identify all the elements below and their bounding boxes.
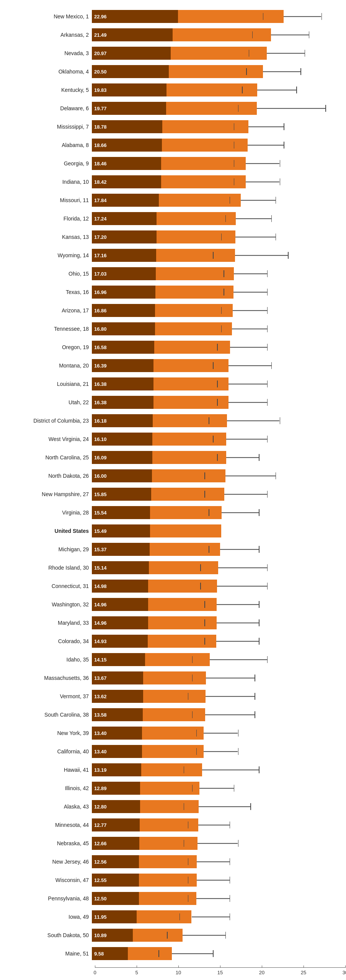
whisker-h-line (224, 494, 267, 495)
bar-label: Georgia, 9 (4, 160, 92, 167)
bar-label: West Virginia, 24 (4, 436, 92, 442)
bar-row: Wyoming, 1417.16 (4, 247, 342, 264)
bar-area: 14.96 (92, 614, 342, 632)
bar-value-label: 16.38 (94, 381, 107, 387)
bar-track: 19.77 (92, 101, 342, 115)
whisker-h-line (197, 843, 238, 844)
bar-row: Georgia, 918.46 (4, 155, 342, 172)
bar-track: 16.09 (92, 451, 342, 464)
bar-area: 21.49 (92, 26, 342, 44)
whisker-h-line (222, 512, 259, 513)
whisker-h-line (267, 53, 305, 54)
whisker-right-cap (255, 693, 255, 700)
axis-tick (220, 965, 220, 968)
bar-inner: 15.14 (92, 561, 218, 574)
whisker-left-cap (213, 252, 214, 259)
whisker-right-cap (259, 766, 260, 773)
bar-row: Alaska, 4312.80 (4, 798, 342, 815)
bar-row: North Carolina, 2516.09 (4, 449, 342, 466)
bar-row: Montana, 2016.39 (4, 357, 342, 374)
bar-light-segment (141, 763, 202, 776)
bar-area: 16.86 (92, 302, 342, 319)
bar-light-segment (143, 690, 206, 703)
bar-area: 16.18 (92, 412, 342, 430)
bar-track: 18.78 (92, 120, 342, 134)
whisker-left-cap (242, 87, 243, 93)
whisker-h-line (216, 641, 259, 642)
whisker-h-line (199, 788, 234, 789)
bar-row: Idaho, 3514.15 (4, 651, 342, 668)
whisker-right-cap (305, 50, 305, 57)
whisker-left-cap (204, 601, 205, 608)
whisker-left-cap (217, 454, 218, 461)
whisker-left-cap (263, 13, 264, 20)
bar-area: 16.39 (92, 357, 342, 374)
whisker-right-cap (213, 950, 214, 957)
whisker-left-cap (249, 50, 250, 57)
bar-label: New Jersey, 46 (4, 859, 92, 865)
bar-value-label: 12.77 (94, 822, 107, 828)
bar-track: 16.00 (92, 469, 342, 483)
bar-track: 16.38 (92, 395, 342, 409)
whisker-right-cap (259, 546, 260, 553)
bar-area: 18.66 (92, 136, 342, 154)
whisker-left-cap (238, 105, 239, 112)
bar-value-label: 13.40 (94, 730, 107, 736)
bar-track: 14.93 (92, 634, 342, 648)
bar-label: Indiana, 10 (4, 179, 92, 185)
bar-label: Vermont, 37 (4, 693, 92, 699)
whisker-left-cap (196, 730, 197, 737)
bar-row: Pennsylvania, 4812.50 (4, 890, 342, 907)
bar-value-label: 17.20 (94, 234, 107, 240)
bar-row: Connecticut, 3114.98 (4, 577, 342, 595)
whisker-h-line (197, 861, 230, 862)
bar-area: 14.96 (92, 596, 342, 613)
bar-track: 14.96 (92, 616, 342, 630)
bar-value-label: 12.55 (94, 877, 107, 883)
axis-label: 5 (135, 970, 138, 975)
whisker-h-line (233, 310, 267, 311)
whisker-right-cap (271, 215, 272, 222)
bar-track: 17.16 (92, 248, 342, 262)
bar-track: 18.66 (92, 138, 342, 152)
bar-label: Wyoming, 14 (4, 252, 92, 258)
bar-track: 16.96 (92, 285, 342, 299)
whisker-h-line (199, 806, 250, 807)
whisker-h-line (236, 218, 271, 219)
bar-light-segment (173, 28, 271, 41)
bar-label: Texas, 16 (4, 289, 92, 295)
whisker-left-cap (180, 913, 180, 920)
bar-value-label: 11.95 (94, 914, 107, 920)
bar-label: Iowa, 49 (4, 914, 92, 920)
bar-label: Colorado, 34 (4, 638, 92, 644)
bar-value-label: 19.83 (94, 87, 107, 93)
bar-light-segment (152, 469, 225, 482)
bar-area: 17.84 (92, 191, 342, 209)
bar-area: 15.85 (92, 485, 342, 503)
bar-area: 13.40 (92, 743, 342, 760)
bar-inner: 18.46 (92, 157, 246, 170)
bar-inner: 12.89 (92, 782, 199, 795)
bar-track: 16.38 (92, 377, 342, 391)
bar-row: Louisiana, 2116.38 (4, 375, 342, 393)
bar-label: Arkansas, 2 (4, 32, 92, 38)
bar-row: Utah, 2216.38 (4, 394, 342, 411)
bar-value-label: 14.96 (94, 602, 107, 608)
bar-inner: 14.96 (92, 616, 217, 629)
bar-label: Idaho, 35 (4, 657, 92, 663)
whisker-right-cap (267, 289, 268, 296)
bar-inner: 20.50 (92, 65, 263, 78)
whisker-left-cap (246, 68, 247, 75)
bar-area: 11.95 (92, 908, 342, 926)
whisker-right-cap (259, 509, 260, 516)
bar-row: Minnesota, 4412.77 (4, 816, 342, 834)
whisker-left-cap (221, 307, 222, 314)
bar-track: 18.46 (92, 157, 342, 170)
bar-area: 20.97 (92, 44, 342, 62)
bar-inner: 18.42 (92, 175, 246, 188)
whisker-h-line (257, 108, 325, 109)
bar-light-segment (157, 212, 236, 225)
bar-inner: 10.89 (92, 929, 183, 942)
bar-label: Illinois, 42 (4, 785, 92, 791)
bar-track: 19.83 (92, 83, 342, 97)
